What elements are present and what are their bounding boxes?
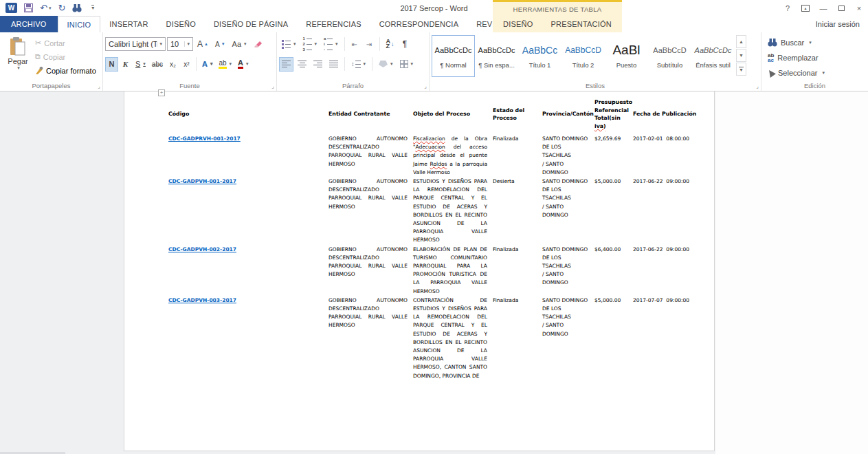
- paste-button[interactable]: Pegar ▾: [2, 35, 34, 78]
- group-label-portapapeles: Portapapeles: [0, 82, 102, 89]
- minimize-button[interactable]: —: [814, 1, 832, 16]
- superscript-button[interactable]: x²: [180, 57, 193, 72]
- align-left-button[interactable]: [279, 57, 293, 72]
- header-entidad: Entidad Contratante: [329, 98, 413, 135]
- fuente-dialog-launcher[interactable]: ⌟: [271, 84, 274, 89]
- font-separator: [196, 57, 197, 71]
- redo-button[interactable]: ↻: [58, 3, 65, 13]
- style-card-enfasis-sutil[interactable]: AaBbCcDc Énfasis sutil: [691, 35, 735, 77]
- tab-diseno[interactable]: DISEÑO: [157, 16, 205, 32]
- font-color-button[interactable]: A: [235, 57, 251, 72]
- codigo-link[interactable]: CDC-GADPVH-002-2017: [168, 246, 236, 252]
- text-effects-button[interactable]: A: [199, 57, 215, 72]
- tab-correspondencia[interactable]: CORRESPONDENCIA: [370, 16, 467, 32]
- paste-dropdown-arrow[interactable]: ▾: [17, 65, 20, 71]
- table-move-handle[interactable]: +: [158, 89, 165, 96]
- cell-fecha: 2017-07-07 09:00:00: [633, 296, 713, 381]
- font-color-icon: A: [238, 59, 243, 69]
- tab-table-presentacion[interactable]: PRESENTACIÓN: [542, 16, 620, 32]
- codigo-link[interactable]: CDC-GADPVH-003-2017: [168, 297, 236, 303]
- font-name-combo[interactable]: Calibri Light (T ▾: [105, 37, 166, 51]
- increase-indent-button[interactable]: ⇥: [363, 37, 376, 52]
- align-right-button[interactable]: [311, 57, 325, 72]
- shrink-font-button[interactable]: A▼: [212, 37, 228, 52]
- codigo-link[interactable]: CDC-GADPVH-001-2017: [168, 178, 236, 184]
- bold-button[interactable]: N: [105, 57, 118, 72]
- align-center-button[interactable]: [295, 57, 309, 72]
- restore-button[interactable]: [832, 1, 850, 16]
- shading-button[interactable]: [376, 57, 396, 72]
- portapapeles-dialog-launcher[interactable]: ⌟: [98, 84, 100, 89]
- font-name-dropdown-arrow[interactable]: ▾: [157, 41, 162, 47]
- close-button[interactable]: ×: [850, 1, 868, 16]
- borders-icon: [400, 60, 408, 68]
- style-card-titulo-1[interactable]: AaBbCc Título 1: [518, 35, 561, 77]
- numbering-button[interactable]: 123: [300, 37, 320, 52]
- bullets-button[interactable]: [279, 37, 299, 52]
- highlight-color-button[interactable]: ab: [216, 57, 234, 72]
- show-marks-button[interactable]: ¶: [399, 37, 412, 52]
- tab-inicio[interactable]: INICIO: [58, 16, 101, 32]
- justify-button[interactable]: [326, 57, 341, 72]
- style-card-sin-espaciado[interactable]: AaBbCcDc ¶ Sin espa...: [475, 35, 518, 77]
- undo-dropdown-arrow[interactable]: ▾: [49, 6, 52, 11]
- cut-button[interactable]: ✂ Cortar: [34, 36, 98, 50]
- italic-button[interactable]: K: [119, 57, 132, 72]
- underline-button[interactable]: S: [133, 57, 148, 72]
- decrease-indent-button[interactable]: ⇤: [348, 37, 361, 52]
- estilos-dialog-launcher[interactable]: ⌟: [756, 84, 759, 89]
- ribbon-display-options-button[interactable]: ▴: [797, 1, 814, 16]
- select-button[interactable]: Seleccionar: [764, 65, 866, 80]
- line-spacing-button[interactable]: ↕: [348, 57, 368, 72]
- increase-indent-icon: ⇥: [366, 41, 372, 48]
- grow-font-button[interactable]: A▲: [194, 37, 211, 52]
- restore-icon: [838, 6, 845, 11]
- codigo-link[interactable]: CDC-GADPRVH-001-2017: [168, 136, 241, 142]
- strikethrough-button[interactable]: abc: [149, 57, 166, 72]
- tab-referencias[interactable]: REFERENCIAS: [297, 16, 370, 32]
- save-button[interactable]: [24, 3, 33, 12]
- align-left-icon: [282, 61, 291, 68]
- style-card-normal[interactable]: AaBbCcDc ¶ Normal: [432, 35, 475, 77]
- sort-button[interactable]: AZ ↓: [383, 37, 397, 52]
- style-card-subtitulo[interactable]: AaBbCcD Subtítulo: [648, 35, 691, 77]
- undo-button[interactable]: ↶ ▾: [40, 3, 51, 13]
- find-button[interactable]: Buscar: [764, 35, 866, 50]
- paragraph-separator-2: [379, 37, 380, 51]
- format-painter-button[interactable]: Copiar formato: [34, 64, 98, 77]
- styles-scroll-up-button[interactable]: ▲: [736, 35, 746, 48]
- customize-qat-button[interactable]: ▾: [91, 5, 94, 11]
- help-button[interactable]: ?: [779, 1, 797, 16]
- line-spacing-icon: ↕: [351, 61, 361, 68]
- find-qat-button[interactable]: [72, 4, 82, 12]
- cell-objeto: ESTUDIOS Y DISEÑOS PARA LA REMODELACION …: [413, 177, 493, 246]
- styles-more-button[interactable]: ▼: [736, 63, 746, 76]
- copy-button[interactable]: ⧉ Copiar: [34, 50, 98, 63]
- window-controls: ? ▴ — ×: [779, 0, 868, 16]
- parrafo-dialog-launcher[interactable]: ⌟: [424, 84, 427, 89]
- decrease-indent-icon: ⇤: [352, 41, 357, 48]
- group-label-parrafo: Párrafo: [277, 82, 429, 89]
- format-painter-label: Copiar formato: [46, 67, 96, 75]
- quick-access-toolbar: W ↶ ▾ ↻ ▾: [0, 3, 94, 13]
- shrink-font-icon: A: [215, 41, 220, 48]
- clear-formatting-button[interactable]: [251, 37, 265, 52]
- multilevel-list-icon: ai-: [324, 36, 333, 52]
- cell-provincia: SANTO DOMINGO DE LOS TSACHILAS / SANTO D…: [542, 177, 594, 246]
- font-size-combo[interactable]: 10 ▾: [167, 37, 193, 51]
- sign-in-link[interactable]: Iniciar sesión: [816, 16, 868, 32]
- change-case-button[interactable]: Aa: [230, 37, 249, 52]
- style-card-puesto[interactable]: AaBl Puesto: [605, 35, 648, 77]
- styles-scroll-down-button[interactable]: ▼: [736, 49, 746, 62]
- document-page[interactable]: + Código Entidad Contratante Objeto del …: [124, 91, 715, 451]
- tab-archivo[interactable]: ARCHIVO: [0, 16, 58, 32]
- replace-button[interactable]: ab ac Reemplazar: [764, 50, 866, 65]
- tab-insertar[interactable]: INSERTAR: [100, 16, 157, 32]
- style-card-titulo-2[interactable]: AaBbCcD Título 2: [561, 35, 605, 77]
- multilevel-list-button[interactable]: ai-: [321, 37, 341, 52]
- tab-table-diseno[interactable]: DISEÑO: [494, 16, 542, 32]
- subscript-button[interactable]: x₂: [166, 57, 179, 72]
- font-size-dropdown-arrow[interactable]: ▾: [184, 41, 190, 47]
- tab-diseno-de-pagina[interactable]: DISEÑO DE PÁGINA: [205, 16, 297, 32]
- borders-button[interactable]: [397, 57, 416, 72]
